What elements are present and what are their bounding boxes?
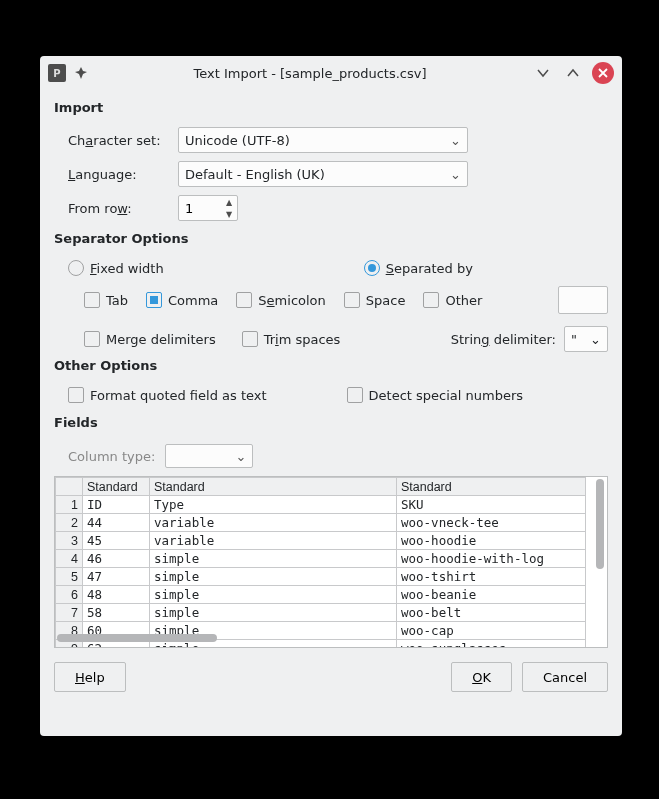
spin-up-icon[interactable]: ▲: [221, 196, 237, 208]
row-number: 1: [56, 496, 83, 514]
table-row[interactable]: 345variablewoo-hoodie: [56, 532, 586, 550]
dialog-window: P Text Import - [sample_products.csv] Im…: [40, 56, 622, 736]
column-type-combo[interactable]: ⌄: [165, 444, 253, 468]
cancel-button[interactable]: Cancel: [522, 662, 608, 692]
fromrow-spinner[interactable]: ▲▼: [178, 195, 238, 221]
column-type-label: Column type:: [68, 449, 155, 464]
cell: 58: [83, 604, 150, 622]
chevron-down-icon: ⌄: [235, 449, 246, 464]
horizontal-scrollbar[interactable]: [57, 633, 593, 643]
charset-row: Character set: Unicode (UTF-8) ⌄: [54, 127, 608, 153]
check-other[interactable]: Other: [423, 292, 482, 308]
cell: variable: [150, 514, 397, 532]
spin-down-icon[interactable]: ▼: [221, 208, 237, 220]
help-button[interactable]: Help: [54, 662, 126, 692]
cell: 45: [83, 532, 150, 550]
cell: simple: [150, 568, 397, 586]
cell: woo-vneck-tee: [397, 514, 586, 532]
check-comma[interactable]: Comma: [146, 292, 218, 308]
cell: 48: [83, 586, 150, 604]
preview-pane[interactable]: Standard Standard Standard 1IDTypeSKU244…: [54, 476, 608, 648]
app-icon: P: [48, 64, 66, 82]
col-header[interactable]: Standard: [83, 478, 150, 496]
footer: Help OK Cancel: [54, 648, 608, 692]
row-number: 4: [56, 550, 83, 568]
check-detect-special[interactable]: Detect special numbers: [347, 387, 523, 403]
cell: woo-hoodie-with-log: [397, 550, 586, 568]
ok-button[interactable]: OK: [451, 662, 512, 692]
separator-radio-row: Fixed width Separated by: [54, 260, 608, 276]
section-separator-heading: Separator Options: [54, 231, 608, 246]
charset-combo[interactable]: Unicode (UTF-8) ⌄: [178, 127, 468, 153]
table-row[interactable]: 547simplewoo-tshirt: [56, 568, 586, 586]
chevron-down-icon: ⌄: [450, 167, 461, 182]
cell: simple: [150, 604, 397, 622]
cell: simple: [150, 550, 397, 568]
row-number: 5: [56, 568, 83, 586]
section-other-heading: Other Options: [54, 358, 608, 373]
check-tab[interactable]: Tab: [84, 292, 128, 308]
titlebar[interactable]: P Text Import - [sample_products.csv]: [40, 56, 622, 90]
language-combo[interactable]: Default - English (UK) ⌄: [178, 161, 468, 187]
spinner-buttons[interactable]: ▲▼: [221, 196, 237, 220]
row-number: 7: [56, 604, 83, 622]
window-title: Text Import - [sample_products.csv]: [96, 66, 524, 81]
vertical-scrollbar[interactable]: [595, 479, 605, 629]
col-header[interactable]: Standard: [397, 478, 586, 496]
separator-checks: Tab Comma Semicolon Space Other: [54, 286, 608, 314]
cell: 46: [83, 550, 150, 568]
language-label: Language:: [54, 167, 178, 182]
radio-fixed-width[interactable]: Fixed width: [68, 260, 164, 276]
charset-label: Character set:: [54, 133, 178, 148]
close-button[interactable]: [592, 62, 614, 84]
language-row: Language: Default - English (UK) ⌄: [54, 161, 608, 187]
preview-table: Standard Standard Standard 1IDTypeSKU244…: [55, 477, 586, 648]
maximize-button[interactable]: [562, 62, 584, 84]
check-merge-delimiters[interactable]: Merge delimiters: [84, 331, 216, 347]
minimize-button[interactable]: [532, 62, 554, 84]
pin-icon[interactable]: [74, 66, 88, 80]
corner-cell[interactable]: [56, 478, 83, 496]
fromrow-row: From row: ▲▼: [54, 195, 608, 221]
row-number: 2: [56, 514, 83, 532]
radio-separated-by[interactable]: Separated by: [364, 260, 473, 276]
table-row[interactable]: 1IDTypeSKU: [56, 496, 586, 514]
other-options-row: Format quoted field as text Detect speci…: [54, 387, 608, 403]
cell: ID: [83, 496, 150, 514]
cell: 44: [83, 514, 150, 532]
check-semicolon[interactable]: Semicolon: [236, 292, 325, 308]
row-number: 3: [56, 532, 83, 550]
separator-row2: Merge delimiters Trim spaces String deli…: [54, 326, 608, 352]
check-trim-spaces[interactable]: Trim spaces: [242, 331, 341, 347]
column-type-row: Column type: ⌄: [54, 444, 608, 468]
check-space[interactable]: Space: [344, 292, 406, 308]
charset-value: Unicode (UTF-8): [185, 133, 290, 148]
fromrow-label: From row:: [54, 201, 178, 216]
cell: woo-belt: [397, 604, 586, 622]
scroll-thumb[interactable]: [596, 479, 604, 569]
chevron-down-icon: ⌄: [590, 332, 601, 347]
language-value: Default - English (UK): [185, 167, 325, 182]
chevron-down-icon: ⌄: [450, 133, 461, 148]
table-row[interactable]: 648simplewoo-beanie: [56, 586, 586, 604]
string-delimiter-combo[interactable]: " ⌄: [564, 326, 608, 352]
table-row[interactable]: 758simplewoo-belt: [56, 604, 586, 622]
scroll-thumb[interactable]: [57, 634, 217, 642]
check-format-quoted[interactable]: Format quoted field as text: [68, 387, 267, 403]
cell: woo-hoodie: [397, 532, 586, 550]
table-row[interactable]: 244variablewoo-vneck-tee: [56, 514, 586, 532]
row-number: 6: [56, 586, 83, 604]
col-header[interactable]: Standard: [150, 478, 397, 496]
dialog-content: Import Character set: Unicode (UTF-8) ⌄ …: [40, 90, 622, 736]
cell: simple: [150, 586, 397, 604]
section-fields-heading: Fields: [54, 415, 608, 430]
other-separator-input[interactable]: [558, 286, 608, 314]
cell: woo-beanie: [397, 586, 586, 604]
cell: SKU: [397, 496, 586, 514]
string-delimiter-label: String delimiter:: [451, 332, 556, 347]
cell: woo-tshirt: [397, 568, 586, 586]
cell: 47: [83, 568, 150, 586]
section-import-heading: Import: [54, 100, 608, 115]
table-row[interactable]: 446simplewoo-hoodie-with-log: [56, 550, 586, 568]
cell: variable: [150, 532, 397, 550]
